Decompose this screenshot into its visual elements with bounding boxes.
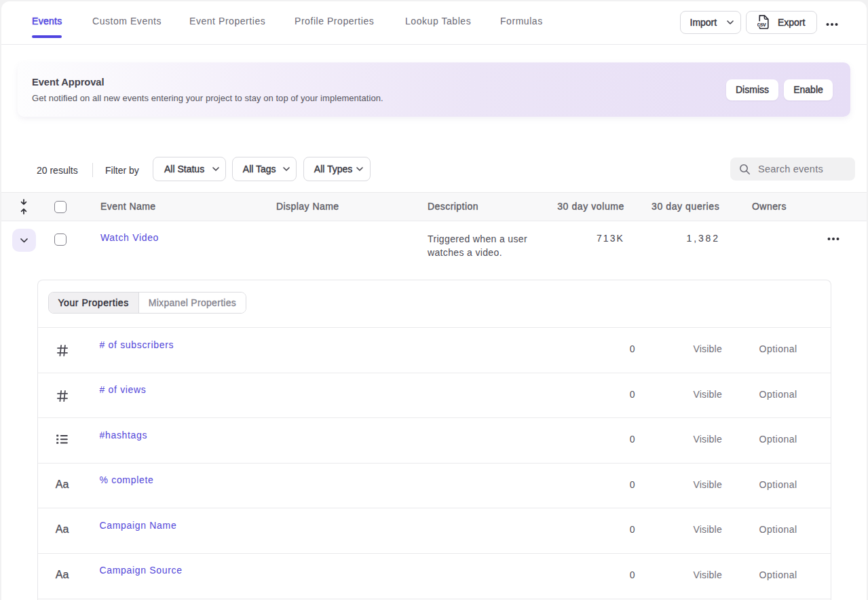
svg-text:csv: csv [757, 21, 766, 28]
